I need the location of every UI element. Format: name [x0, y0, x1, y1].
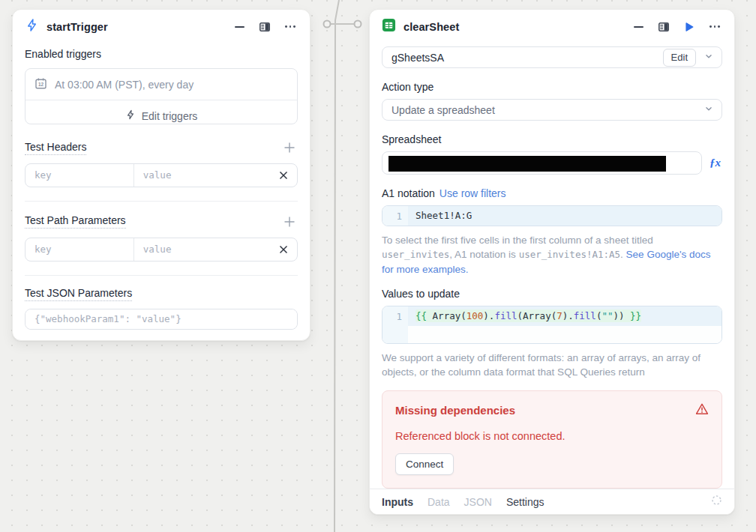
block-start-trigger: startTrigger Enabled triggers 12 At 03:0…: [12, 9, 310, 341]
google-sheets-icon: [382, 18, 396, 35]
chevron-down-icon: [704, 51, 714, 64]
toggle-panel-button[interactable]: [656, 19, 671, 34]
enabled-triggers-label: Enabled triggers: [25, 48, 298, 60]
values-to-update-label: Values to update: [382, 288, 722, 300]
toggle-panel-button[interactable]: [257, 19, 272, 34]
run-block-button[interactable]: [682, 19, 697, 34]
workflow-canvas: startTrigger Enabled triggers 12 At 03:0…: [0, 0, 756, 532]
more-menu-button[interactable]: [707, 19, 722, 34]
test-path-parameter-key-input[interactable]: [26, 238, 134, 261]
divider: [25, 201, 298, 202]
test-header-key-input[interactable]: [26, 164, 134, 187]
block-title[interactable]: startTrigger: [46, 21, 108, 33]
spreadsheet-label: Spreadsheet: [382, 133, 722, 145]
connect-button[interactable]: Connect: [395, 453, 454, 475]
calendar-icon: 12: [34, 77, 47, 92]
test-header-value-input[interactable]: [134, 164, 270, 187]
add-test-header-button[interactable]: [281, 139, 298, 156]
block-footer-tabs: Inputs Data JSON Settings: [370, 489, 734, 514]
edit-resource-button[interactable]: Edit: [663, 49, 696, 67]
a1-notation-editor[interactable]: 1 Sheet1!A:G: [382, 205, 722, 226]
tab-data[interactable]: Data: [428, 496, 450, 508]
svg-text:12: 12: [38, 82, 44, 87]
fx-button[interactable]: ƒx: [708, 157, 722, 169]
action-type-label: Action type: [382, 81, 722, 93]
tab-settings[interactable]: Settings: [506, 496, 544, 508]
edit-triggers-button[interactable]: Edit triggers: [26, 100, 297, 124]
block-title[interactable]: clearSheet: [404, 21, 459, 33]
line-number: 1: [382, 206, 408, 225]
trigger-schedule-text: At 03:00 AM (PST), every day: [55, 79, 194, 91]
test-json-parameters-label: Test JSON Parameters: [25, 287, 132, 301]
remove-test-header-button[interactable]: [270, 164, 297, 187]
resource-selector[interactable]: gSheetsSA Edit: [382, 46, 722, 68]
edit-triggers-label: Edit triggers: [142, 110, 198, 122]
edit-triggers-zap-icon: [125, 109, 136, 122]
alert-message: Referenced block is not connected.: [395, 430, 709, 442]
trigger-schedule-row[interactable]: 12 At 03:00 AM (PST), every day: [26, 69, 297, 100]
a1-notation-help: To select the first five cells in the fi…: [382, 233, 722, 277]
start-trigger-header: startTrigger: [13, 10, 310, 42]
action-type-select[interactable]: Update a spreadsheet: [382, 99, 722, 121]
values-to-update-help: We support a variety of different format…: [382, 351, 722, 380]
test-path-parameter-row: [25, 238, 298, 262]
test-json-parameters-box: [25, 309, 298, 330]
resource-name: gSheetsSA: [392, 52, 656, 64]
tab-inputs[interactable]: Inputs: [382, 496, 413, 508]
values-to-update-editor[interactable]: 1 {{ Array(100).fill(Array(7).fill("")) …: [382, 306, 722, 344]
trigger-zap-icon: [25, 18, 39, 35]
edge-port-left[interactable]: [324, 21, 331, 28]
edge-port-right[interactable]: [355, 21, 362, 28]
warning-triangle-icon: [695, 402, 709, 419]
test-json-parameters-input[interactable]: [26, 309, 297, 329]
line-number: 1: [382, 306, 408, 343]
missing-dependencies-alert: Missing dependencies Referenced block is…: [382, 390, 722, 489]
test-headers-label: Test Headers: [25, 141, 86, 155]
a1-notation-label: A1 notation: [382, 187, 435, 199]
minimize-button[interactable]: [232, 19, 247, 34]
clear-sheet-header: clearSheet: [370, 10, 734, 42]
spreadsheet-input[interactable]: [382, 151, 702, 175]
use-row-filters-link[interactable]: Use row filters: [440, 187, 506, 199]
chevron-down-icon: [704, 103, 714, 117]
test-path-parameter-value-input[interactable]: [134, 238, 270, 261]
block-clear-sheet: clearSheet gSheetsSA Edit Action: [369, 9, 735, 515]
action-type-value: Update a spreadsheet: [392, 104, 704, 116]
redacted-value: [388, 156, 666, 172]
add-test-path-parameter-button[interactable]: [281, 214, 298, 230]
test-path-parameters-label: Test Path Parameters: [25, 214, 126, 229]
minimize-button[interactable]: [631, 19, 646, 34]
loading-spinner-icon: [711, 495, 722, 509]
alert-title: Missing dependencies: [395, 404, 515, 417]
divider: [25, 275, 298, 276]
remove-test-path-parameter-button[interactable]: [270, 238, 297, 261]
triggers-box: 12 At 03:00 AM (PST), every day Edit tri…: [25, 68, 298, 124]
a1-notation-code: Sheet1!A:G: [408, 206, 722, 225]
more-menu-button[interactable]: [283, 19, 298, 34]
test-header-row: [25, 163, 298, 187]
tab-json[interactable]: JSON: [464, 496, 492, 508]
values-code: {{ Array(100).fill(Array(7).fill("")) }}: [408, 306, 722, 326]
